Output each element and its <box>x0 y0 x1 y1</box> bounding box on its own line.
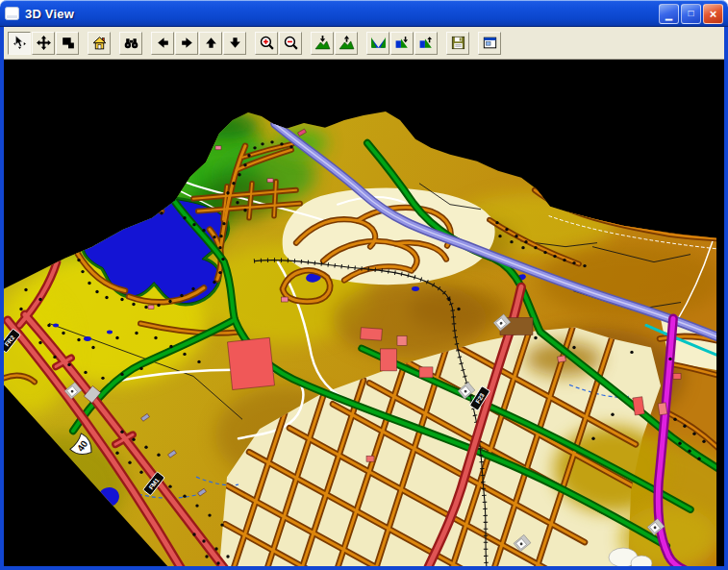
toolbar-group <box>311 32 359 55</box>
3d-terrain-map[interactable]: F23FM1FR240 <box>4 60 724 566</box>
pan-left-button[interactable] <box>151 32 174 55</box>
title-bar[interactable]: 3D View ▁ □ × <box>0 0 728 27</box>
minimize-button[interactable]: ▁ <box>659 4 679 24</box>
map-viewport: F23FM1FR240 <box>4 59 724 566</box>
pan-move-button[interactable] <box>32 32 55 55</box>
3d-view-window: 3D View ▁ □ × F23FM1FR240 <box>0 0 728 570</box>
pan-tool-button[interactable] <box>8 32 31 55</box>
arrow-down-icon <box>227 35 243 51</box>
home-view-button[interactable] <box>88 32 111 55</box>
toolbar <box>4 27 724 59</box>
toolbar-group <box>8 32 80 55</box>
pan-down-button[interactable] <box>223 32 246 55</box>
window-title: 3D View <box>25 7 654 21</box>
window-icon <box>5 6 20 21</box>
save-button[interactable] <box>446 32 469 55</box>
toolbar-group <box>366 32 439 55</box>
water-down-icon <box>394 35 411 51</box>
zoom-in-icon <box>259 35 275 51</box>
zoom-in-button[interactable] <box>255 32 278 55</box>
close-button[interactable]: × <box>703 4 723 24</box>
find-icon <box>123 35 139 51</box>
toolbar-group <box>119 32 143 55</box>
elev-down-icon <box>314 35 331 51</box>
arrow-left-icon <box>155 35 171 51</box>
elevation-up-button[interactable] <box>335 32 358 55</box>
water-level-button[interactable] <box>366 32 389 55</box>
arrow-up-icon <box>203 35 219 51</box>
toolbar-group <box>151 32 247 55</box>
arrow-right-icon <box>179 35 195 51</box>
window-body: F23FM1FR240 <box>0 27 728 570</box>
toolbar-group <box>255 32 303 55</box>
pan-up-button[interactable] <box>199 32 222 55</box>
water-up-icon <box>418 35 435 51</box>
elevation-down-button[interactable] <box>311 32 334 55</box>
pan-right-button[interactable] <box>175 32 198 55</box>
toolbar-group <box>88 32 112 55</box>
window-controls: ▁ □ × <box>659 4 723 24</box>
zoom-out-button[interactable] <box>279 32 302 55</box>
water-level-down-button[interactable] <box>390 32 414 55</box>
elev-up-icon <box>339 35 355 51</box>
zoom-out-icon <box>283 35 299 51</box>
water-icon <box>370 35 387 51</box>
move-icon <box>36 35 52 51</box>
pan-icon <box>12 35 28 51</box>
tilt-view-button[interactable] <box>56 32 79 55</box>
save-icon <box>450 35 466 51</box>
toolbar-group <box>478 32 502 55</box>
tilt-icon <box>60 35 76 51</box>
toolbar-group <box>446 32 470 55</box>
home-icon <box>91 35 108 51</box>
copy-icon <box>482 35 498 51</box>
copy-image-button[interactable] <box>478 32 501 55</box>
find-button[interactable] <box>119 32 142 55</box>
water-level-up-button[interactable] <box>414 32 438 55</box>
maximize-button[interactable]: □ <box>681 4 701 24</box>
